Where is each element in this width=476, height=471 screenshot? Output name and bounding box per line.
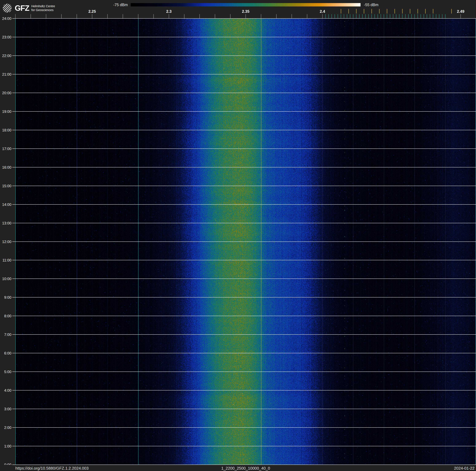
intermittent-signal-dot (345, 367, 345, 368)
intermittent-signal-dot (345, 58, 345, 58)
time-tick-label: 13:00 (0, 221, 11, 225)
wifi-channel-tick (341, 9, 341, 14)
ble-channel-tick (411, 14, 412, 18)
freq-tick (200, 14, 200, 18)
wifi-channel-tick (410, 9, 410, 14)
intermittent-signal-dot (345, 119, 345, 119)
ble-channel-tick (384, 14, 384, 18)
gfz-logo-name-line2: for Geosciences (31, 8, 55, 12)
intermittent-signal-dot (345, 47, 345, 47)
intermittent-signal-dot (345, 87, 345, 88)
ble-channel-tick (396, 14, 396, 18)
ble-channel-tick (439, 14, 439, 18)
time-tick-label: 11:00 (0, 258, 11, 262)
intermittent-signal-dot (345, 408, 345, 408)
ble-channel-tick (414, 14, 415, 18)
time-tick-label: 19:00 (0, 109, 11, 114)
freq-tick (322, 14, 323, 18)
time-tick-label: 20:00 (0, 91, 11, 95)
wifi-channel-tick (372, 9, 372, 14)
intermittent-signal-dot (345, 132, 345, 132)
intermittent-signal-dot (345, 336, 345, 337)
freq-tick (307, 14, 307, 18)
footer-bar: https://doi.org/10.5880/GFZ.1.2.2024.003… (0, 465, 476, 471)
freq-tick (169, 14, 169, 18)
gfz-logo-abbrev: GFZ (15, 4, 29, 13)
wifi-channel-tick (387, 9, 387, 14)
intermittent-signal-dot (345, 210, 345, 211)
intermittent-signal-dot (345, 101, 345, 102)
freq-tick (261, 14, 261, 18)
time-tick-label: 9:00 (0, 295, 11, 300)
intermittent-signal-dot (345, 191, 345, 192)
intermittent-signal-dot (345, 91, 345, 91)
intermittent-signal-dot (345, 246, 345, 247)
intermittent-signal-dot (345, 453, 345, 454)
freq-tick (107, 14, 108, 18)
gfz-globe-icon (3, 4, 12, 13)
intermittent-signal-dot (345, 129, 345, 129)
intermittent-signal-dot (345, 178, 345, 179)
time-tick-label: 5:00 (0, 370, 11, 374)
ble-channel-tick (347, 14, 347, 18)
ble-channel-tick (372, 14, 372, 18)
freq-tick (184, 14, 184, 18)
wifi-channel-tick (433, 9, 433, 14)
intermittent-signal-dot (345, 21, 345, 22)
freq-tick (31, 14, 31, 18)
intermittent-signal-dot (345, 139, 345, 139)
gfz-logo: GFZ Helmholtz Centre for Geosciences (3, 4, 55, 13)
intermittent-signal-dot (345, 41, 345, 41)
time-tick-label: 1:00 (0, 444, 11, 448)
intermittent-signal-dot (345, 300, 345, 301)
intermittent-signal-dot (345, 280, 345, 280)
hour-gridline (12, 334, 476, 335)
ble-channel-tick (325, 14, 326, 18)
freq-tick-label: 2.49 (454, 9, 468, 14)
time-tick-label: 23:00 (0, 35, 11, 39)
time-tick-label: 21:00 (0, 72, 11, 76)
hour-gridline (12, 241, 476, 242)
hour-gridline (12, 93, 476, 93)
intermittent-signal-dot (345, 402, 345, 402)
ble-channel-tick (418, 14, 418, 18)
intermittent-signal-dot (345, 217, 345, 218)
intermittent-signal-dot (345, 458, 345, 458)
wifi-channel-tick (418, 9, 418, 14)
intermittent-signal-dot (345, 361, 345, 362)
time-tick-label: 16:00 (0, 165, 11, 170)
intermittent-signal-dot (345, 429, 345, 430)
intermittent-signal-dot (345, 318, 345, 319)
ble-channel-tick (368, 14, 369, 18)
time-tick-label: 10:00 (0, 277, 11, 281)
wifi-channel-tick (451, 9, 452, 14)
hour-gridline (12, 446, 476, 446)
time-tick-label: 15:00 (0, 184, 11, 188)
hour-gridline (12, 148, 476, 149)
time-tick-label: 22:00 (0, 54, 11, 58)
freq-tick (276, 14, 276, 18)
dataset-id-text: 1_2200_2500_10000_40_0 (15, 466, 476, 471)
ble-channel-tick (436, 14, 436, 18)
colorbar-max-label: -55 dBm (364, 3, 378, 7)
freq-tick-label: 2.4 (316, 9, 329, 14)
hour-gridline (12, 130, 476, 130)
wifi-channel-tick (402, 9, 403, 14)
ble-channel-tick (430, 14, 430, 18)
intermittent-signal-dot (345, 313, 345, 313)
ble-channel-tick (359, 14, 359, 18)
time-tick-label: 6:00 (0, 351, 11, 355)
ble-channel-tick (427, 14, 427, 18)
hour-gridline (12, 372, 476, 372)
intermittent-signal-dot (345, 223, 345, 224)
freq-tick (246, 14, 246, 18)
ble-channel-tick (378, 14, 378, 18)
hour-gridline (12, 18, 476, 18)
ble-channel-tick (387, 14, 387, 18)
intermittent-signal-dot (345, 26, 345, 27)
ble-channel-tick (374, 14, 375, 18)
hour-gridline (12, 186, 476, 186)
freq-tick (215, 14, 215, 18)
hour-gridline (12, 111, 476, 112)
date-text: 2024-01-22 (454, 466, 475, 471)
